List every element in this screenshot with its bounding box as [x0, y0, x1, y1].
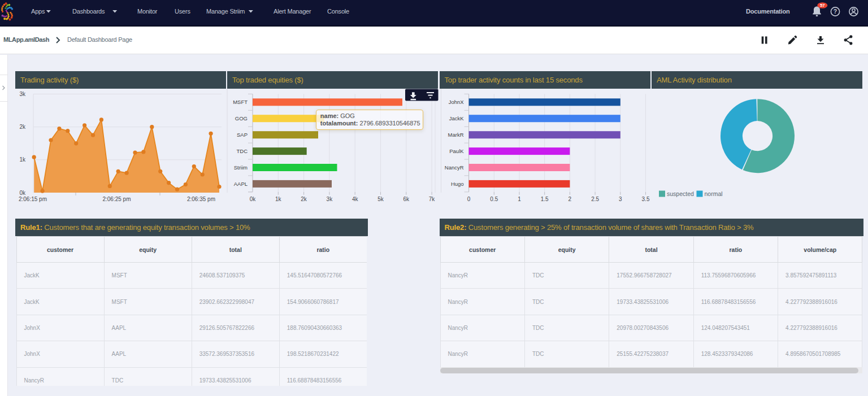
- svg-text:0: 0: [467, 196, 471, 202]
- svg-text:Hugo: Hugo: [451, 181, 464, 187]
- svg-text:1k: 1k: [19, 156, 26, 163]
- svg-text:0k: 0k: [250, 196, 257, 202]
- svg-text:2:06:25 pm: 2:06:25 pm: [102, 196, 131, 202]
- svg-text:2:06:35 pm: 2:06:35 pm: [187, 196, 215, 202]
- svg-text:3: 3: [619, 196, 622, 202]
- svg-text:4k: 4k: [352, 196, 359, 202]
- svg-text:3.5: 3.5: [642, 196, 650, 202]
- svg-text:0k: 0k: [19, 190, 26, 196]
- svg-text:AAPL: AAPL: [234, 181, 248, 187]
- svg-text:suspected: suspected: [667, 190, 694, 197]
- svg-text:NancyR: NancyR: [445, 164, 464, 171]
- svg-text:SAP: SAP: [237, 132, 248, 138]
- svg-text:57: 57: [820, 3, 825, 8]
- svg-text:7k: 7k: [429, 196, 436, 202]
- svg-text:JackK: JackK: [449, 115, 465, 121]
- svg-text:MSFT: MSFT: [233, 99, 248, 105]
- svg-text:3k: 3k: [19, 91, 26, 97]
- svg-text:normal: normal: [705, 190, 723, 197]
- svg-text:1k: 1k: [275, 196, 282, 202]
- svg-text:JohnX: JohnX: [449, 99, 465, 105]
- svg-text:3k: 3k: [327, 196, 333, 202]
- svg-text:Striim: Striim: [234, 164, 248, 171]
- svg-text:1: 1: [518, 196, 521, 202]
- svg-text:PaulK: PaulK: [449, 148, 464, 154]
- svg-text:TDC: TDC: [236, 148, 248, 154]
- svg-text:2k: 2k: [19, 124, 26, 130]
- svg-text:6k: 6k: [403, 196, 410, 202]
- svg-text:2.5: 2.5: [591, 196, 599, 202]
- svg-text:GOG: GOG: [235, 115, 248, 121]
- svg-text:1.5: 1.5: [541, 196, 549, 202]
- svg-text:2: 2: [568, 196, 572, 202]
- svg-text:MarkR: MarkR: [448, 132, 464, 138]
- svg-text:2:06:15 pm: 2:06:15 pm: [19, 196, 47, 202]
- svg-text:5k: 5k: [377, 196, 384, 202]
- svg-text:2k: 2k: [301, 196, 307, 202]
- svg-text:0.5: 0.5: [490, 196, 498, 202]
- svg-text:?: ?: [834, 8, 837, 15]
